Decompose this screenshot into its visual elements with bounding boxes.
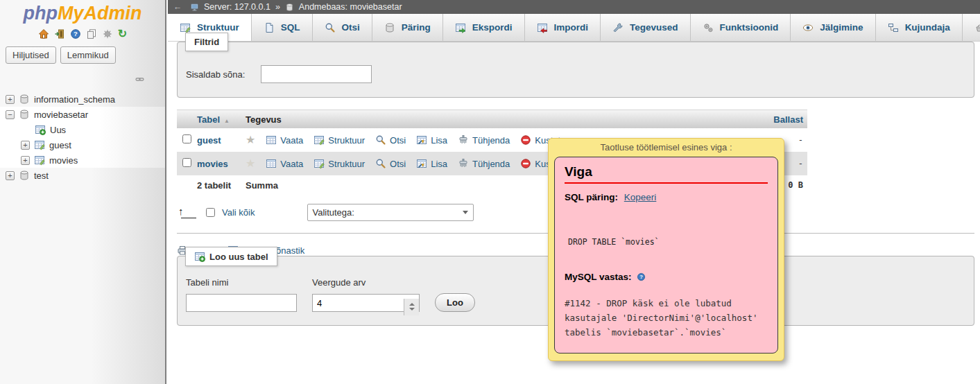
browse-link[interactable]: Vaata bbox=[266, 158, 303, 169]
tree-item-test[interactable]: test bbox=[0, 168, 165, 183]
search-icon bbox=[325, 22, 336, 33]
tree-item-new-table[interactable]: Uus bbox=[0, 122, 165, 137]
browse-link[interactable]: Vaata bbox=[266, 134, 303, 146]
tab-label: Struktuur bbox=[197, 22, 239, 33]
tab-bar: Struktuur SQL Otsi Päring Ekspordi Impor… bbox=[168, 14, 980, 42]
collapse-icon[interactable] bbox=[6, 110, 15, 119]
insert-link[interactable]: Lisa bbox=[416, 158, 447, 169]
tab-operations[interactable]: Tegevused bbox=[601, 14, 691, 41]
browse-icon bbox=[266, 158, 277, 169]
refresh-icon[interactable]: ↻ bbox=[118, 28, 127, 40]
tab-export[interactable]: Ekspordi bbox=[443, 14, 525, 41]
row-checkbox[interactable] bbox=[182, 158, 191, 167]
tab-central-columns[interactable]: Kesksed veerud bbox=[963, 14, 980, 41]
tab-label: Funktsioonid bbox=[720, 22, 779, 33]
filter-input[interactable] bbox=[261, 65, 372, 83]
empty-table-icon bbox=[458, 134, 469, 146]
unlink-panel-icon[interactable] bbox=[135, 75, 144, 84]
recent-tables-button[interactable]: Hiljutised bbox=[6, 46, 56, 64]
tab-label: Impordi bbox=[554, 22, 589, 33]
help-icon[interactable] bbox=[637, 272, 646, 281]
tree-item-label[interactable]: information_schema bbox=[34, 94, 115, 105]
help-icon[interactable] bbox=[70, 28, 81, 40]
tree-item-label[interactable]: test bbox=[34, 171, 49, 181]
table-name-link[interactable]: movies bbox=[197, 159, 228, 169]
with-selected-select[interactable]: Valitutega: bbox=[307, 204, 474, 221]
check-all-label[interactable]: Vali kõik bbox=[222, 207, 255, 218]
action-label: Struktuur bbox=[328, 135, 365, 146]
tree-item-label[interactable]: guest bbox=[49, 140, 71, 150]
tree-item-label[interactable]: movies bbox=[49, 155, 78, 166]
database-icon bbox=[19, 94, 30, 105]
table-icon bbox=[34, 139, 45, 150]
tab-import[interactable]: Impordi bbox=[525, 14, 601, 41]
gears-icon bbox=[703, 22, 714, 33]
tab-designer[interactable]: Kujundaja bbox=[876, 14, 963, 41]
tab-query[interactable]: Päring bbox=[372, 14, 443, 41]
action-label: Struktuur bbox=[328, 159, 365, 169]
tree-item-guest[interactable]: guest bbox=[0, 137, 165, 152]
filters-legend: Filtrid bbox=[185, 33, 228, 51]
sort-by-table-link[interactable]: Tabel bbox=[197, 114, 220, 125]
tab-routines[interactable]: Funktsioonid bbox=[691, 14, 791, 41]
empty-link[interactable]: Tühjenda bbox=[458, 158, 510, 169]
action-label: Vaata bbox=[280, 159, 303, 169]
table-name-link[interactable]: guest bbox=[197, 135, 221, 146]
collapse-navigation-icon[interactable] bbox=[170, 2, 185, 12]
search-link[interactable]: Otsi bbox=[375, 158, 406, 169]
favorite-star-icon[interactable] bbox=[246, 158, 255, 169]
tree-item-movies[interactable]: movies bbox=[0, 152, 165, 168]
structure-link[interactable]: Struktuur bbox=[313, 158, 365, 169]
stepper-down-icon[interactable] bbox=[409, 308, 415, 311]
tab-tracking[interactable]: Jälgimine bbox=[791, 14, 875, 41]
server-icon bbox=[190, 3, 199, 12]
browse-icon bbox=[266, 134, 277, 146]
sort-by-overhead-link[interactable]: Ballast bbox=[773, 114, 803, 125]
expand-icon[interactable] bbox=[21, 141, 30, 150]
row-checkbox[interactable] bbox=[182, 134, 191, 143]
tab-label: Tegevused bbox=[630, 22, 678, 33]
eye-icon bbox=[802, 22, 814, 33]
action-label: Tühjenda bbox=[472, 135, 510, 146]
new-table-name-input[interactable] bbox=[186, 294, 297, 312]
tree-item-information-schema[interactable]: information_schema bbox=[0, 91, 165, 107]
expand-icon[interactable] bbox=[6, 95, 15, 104]
table-name-label: Tabeli nimi bbox=[186, 277, 297, 288]
tree-item-label[interactable]: moviebasetar bbox=[34, 110, 88, 120]
documentation-icon[interactable] bbox=[86, 28, 97, 40]
breadcrumb-database-link[interactable]: Andmebaas: moviebasetar bbox=[299, 2, 402, 12]
expand-icon[interactable] bbox=[21, 156, 30, 165]
database-icon bbox=[285, 3, 294, 12]
stepper-up-icon[interactable] bbox=[409, 303, 415, 306]
drop-icon bbox=[520, 158, 531, 169]
insert-link[interactable]: Lisa bbox=[416, 134, 447, 146]
expand-icon[interactable] bbox=[6, 171, 15, 180]
mysql-said-label: MySQL vastas: bbox=[565, 272, 632, 282]
favorite-star-icon[interactable] bbox=[246, 134, 255, 146]
number-stepper[interactable] bbox=[404, 299, 419, 315]
drop-icon bbox=[520, 134, 531, 146]
breadcrumb-server-link[interactable]: Server: 127.0.0.1 bbox=[204, 2, 270, 12]
phpmyadmin-logo[interactable]: phpMyAdmin bbox=[0, 0, 165, 24]
favorite-tables-button[interactable]: Lemmikud bbox=[60, 46, 116, 64]
database-tree: information_schema moviebasetar Uus gues… bbox=[0, 91, 165, 183]
breadcrumb: Server: 127.0.0.1 » Andmebaas: moviebase… bbox=[168, 0, 980, 14]
action-label: Vaata bbox=[280, 135, 303, 146]
tree-item-moviebasetar[interactable]: moviebasetar bbox=[0, 107, 165, 122]
settings-icon[interactable] bbox=[102, 28, 113, 40]
create-table-go-button[interactable]: Loo bbox=[435, 293, 475, 312]
failed-sql-query: DROP TABLE `movies` bbox=[568, 237, 768, 247]
search-link[interactable]: Otsi bbox=[375, 134, 406, 146]
logo-php: php bbox=[24, 3, 58, 24]
tab-search[interactable]: Otsi bbox=[313, 14, 372, 41]
check-all-checkbox[interactable] bbox=[206, 208, 215, 217]
logout-icon[interactable] bbox=[54, 28, 65, 40]
tree-item-label[interactable]: Uus bbox=[50, 125, 66, 135]
structure-link[interactable]: Struktuur bbox=[313, 134, 365, 146]
copy-query-link[interactable]: Kopeeri bbox=[624, 192, 657, 202]
home-icon[interactable] bbox=[38, 28, 49, 40]
empty-link[interactable]: Tühjenda bbox=[458, 134, 510, 146]
create-table-legend: Loo uus tabel bbox=[185, 247, 277, 266]
error-dialog-title[interactable]: Taotluse töötlemisel esines viga : bbox=[549, 139, 784, 155]
tab-sql[interactable]: SQL bbox=[252, 14, 313, 41]
